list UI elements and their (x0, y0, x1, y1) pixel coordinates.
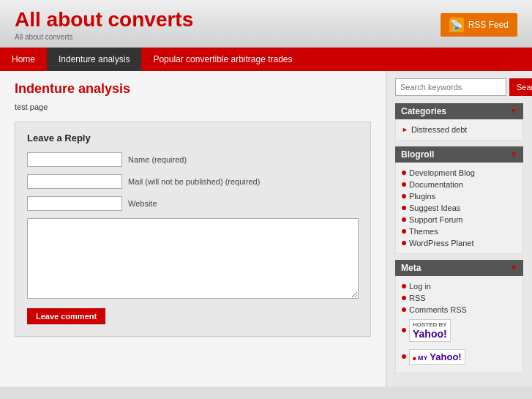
rss-feed-button[interactable]: 📡 RSS Feed (441, 13, 517, 37)
name-row: Name (required) (27, 152, 359, 167)
dot-icon (402, 206, 406, 210)
category-distressed-debt[interactable]: ► Distressed debt (402, 124, 517, 135)
nav-item-popular[interactable]: Popular convertible arbitrage trades (141, 48, 304, 71)
website-label: Website (128, 199, 157, 208)
page-title: Indenture analysis (15, 81, 371, 97)
page-wrapper: All about converts All about converts 📡 … (0, 0, 532, 399)
meta-login[interactable]: Log in (402, 280, 517, 292)
main-content: Indenture analysis test page Leave a Rep… (0, 71, 386, 387)
yahoo-text: Yahoo! (413, 328, 447, 340)
nav-item-home[interactable]: Home (0, 48, 47, 71)
meta-title: Meta ▼ (395, 260, 523, 276)
categories-chevron: ▼ (510, 107, 517, 115)
dot-icon (402, 284, 406, 288)
blogroll-documentation[interactable]: Documentation (402, 179, 517, 190)
dot-icon (402, 354, 406, 359)
header: All about converts All about converts 📡 … (0, 0, 532, 48)
submit-button[interactable]: Leave comment (27, 308, 105, 324)
header-left: All about converts All about converts (15, 9, 193, 41)
name-label: Name (required) (128, 155, 187, 164)
blogroll-title: Blogroll ▼ (395, 146, 523, 163)
dot-icon (402, 171, 406, 175)
blogroll-development[interactable]: Development Blog (402, 167, 517, 179)
content-area: Indenture analysis test page Leave a Rep… (0, 71, 532, 387)
mail-label: Mail (will not be published) (required) (128, 177, 260, 186)
hosted-by-label: HOSTED BY (413, 321, 447, 328)
yahoo-my: ■ MY Yahoo! (409, 349, 465, 365)
blogroll-section: Blogroll ▼ Development Blog Documentatio… (395, 146, 523, 254)
categories-body: ► Distressed debt (395, 119, 523, 141)
page-intro: test page (15, 102, 371, 111)
dot-icon (402, 194, 406, 198)
meta-rss[interactable]: RSS (402, 292, 517, 304)
website-row: Website (27, 196, 359, 211)
blogroll-body: Development Blog Documentation Plugins S… (395, 163, 523, 254)
meta-section: Meta ▼ Log in RSS Comments RSS HOSTED BY… (395, 260, 523, 373)
meta-body: Log in RSS Comments RSS HOSTED BY Yahoo! (395, 276, 523, 373)
site-subtitle: All about converts (15, 33, 193, 41)
blogroll-themes[interactable]: Themes (402, 225, 517, 237)
dot-icon (402, 229, 406, 234)
name-input[interactable] (27, 152, 122, 167)
search-input[interactable] (395, 78, 506, 96)
dot-icon (402, 328, 406, 332)
rss-icon: 📡 (449, 18, 464, 32)
website-input[interactable] (27, 196, 122, 211)
blogroll-wordpress[interactable]: WordPress Planet (402, 237, 517, 249)
dot-icon (402, 296, 406, 300)
yahoo-my-badge[interactable]: ■ MY Yahoo! (402, 346, 517, 368)
search-button[interactable]: Search (509, 78, 532, 96)
message-textarea[interactable] (27, 218, 359, 299)
search-row: Search (395, 78, 523, 96)
sidebar: Search Categories ▼ ► Distressed debt (386, 71, 532, 387)
comment-box: Leave a Reply Name (required) Mail (will… (15, 122, 371, 337)
categories-section: Categories ▼ ► Distressed debt (395, 103, 523, 141)
meta-comments-rss[interactable]: Comments RSS (402, 304, 517, 316)
dot-icon (402, 182, 406, 187)
dot-icon (402, 217, 406, 222)
navigation: Home Indenture analysis Popular converti… (0, 48, 532, 71)
nav-item-indenture[interactable]: Indenture analysis (47, 48, 141, 71)
mail-row: Mail (will not be published) (required) (27, 174, 359, 189)
yahoo-hosted-badge[interactable]: HOSTED BY Yahoo! (402, 316, 517, 346)
dot-icon (402, 307, 406, 312)
blogroll-chevron: ▼ (510, 150, 517, 158)
my-yahoo-label: ■ (413, 355, 418, 362)
meta-chevron: ▼ (510, 264, 517, 272)
categories-title: Categories ▼ (395, 103, 523, 119)
blogroll-plugins[interactable]: Plugins (402, 190, 517, 202)
yahoo-hosted: HOSTED BY Yahoo! (409, 319, 451, 342)
dot-icon (402, 241, 406, 245)
blogroll-support[interactable]: Support Forum (402, 214, 517, 225)
blogroll-suggest[interactable]: Suggest Ideas (402, 202, 517, 214)
comment-box-title: Leave a Reply (27, 133, 359, 143)
mail-input[interactable] (27, 174, 122, 189)
message-row (27, 218, 359, 301)
rss-button-label: RSS Feed (468, 20, 509, 30)
arrow-icon: ► (402, 126, 408, 133)
site-title: All about converts (15, 9, 193, 31)
